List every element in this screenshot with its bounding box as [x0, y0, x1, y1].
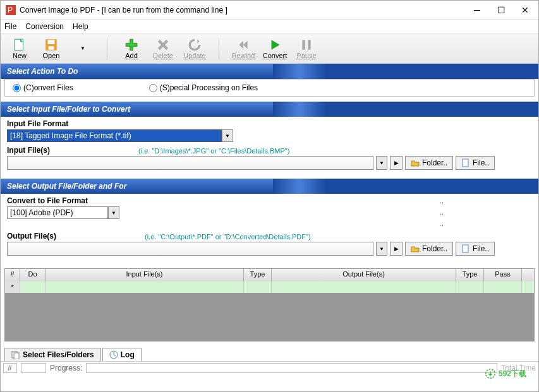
input-files-dropdown[interactable]: ▼	[376, 156, 387, 170]
options-dots[interactable]: ......	[439, 196, 532, 228]
chevron-down-icon[interactable]: ▼	[222, 129, 233, 142]
input-format-combo[interactable]: [18] Tagged Image File Format (*.tif) ▼	[7, 129, 532, 142]
svg-rect-4	[48, 40, 55, 44]
input-file-button[interactable]: File..	[456, 156, 495, 170]
watermark: 592下载	[485, 368, 526, 379]
menu-help[interactable]: Help	[73, 22, 88, 31]
input-play-button[interactable]: ▶	[390, 156, 403, 170]
status-number-val	[21, 363, 46, 373]
svg-rect-8	[463, 159, 468, 167]
folder-icon	[411, 244, 420, 253]
status-number: #	[3, 363, 17, 373]
radio-convert-files[interactable]: (C)onvert Files	[13, 83, 73, 92]
input-files-field[interactable]	[7, 156, 373, 170]
convert-button[interactable]: Convert	[261, 38, 289, 59]
svg-rect-7	[308, 40, 310, 49]
input-hint: (i.e. "D:\Images\*.JPG" or "C:\Files\Det…	[138, 147, 289, 155]
output-files-dropdown[interactable]: ▼	[376, 242, 387, 256]
svg-rect-9	[463, 245, 468, 252]
statusbar: # Progress: Total Time	[1, 361, 538, 374]
minimize-button[interactable]: ─	[473, 6, 481, 15]
file-icon	[461, 158, 470, 167]
svg-rect-6	[302, 40, 305, 49]
file-grid: # Do Input File(s) Type Output File(s) T…	[4, 268, 535, 342]
files-icon	[11, 350, 20, 359]
col-pass[interactable]: Pass	[484, 269, 522, 282]
tab-log[interactable]: Log	[102, 348, 142, 361]
add-button[interactable]: Add	[118, 38, 145, 59]
col-type-in[interactable]: Type	[244, 269, 272, 282]
radio-special-processing[interactable]: (S)pecial Processing on Files	[149, 83, 258, 92]
pause-icon	[300, 38, 313, 52]
col-type-out[interactable]: Type	[456, 269, 484, 282]
open-button[interactable]: Open	[37, 38, 65, 59]
open-dropdown[interactable]: ▼	[69, 45, 97, 51]
status-progress-label: Progress:	[50, 364, 82, 372]
play-icon	[268, 38, 282, 52]
menu-file[interactable]: File	[4, 22, 16, 31]
x-icon	[156, 38, 170, 52]
col-output[interactable]: Output File(s)	[272, 269, 456, 282]
input-format-label: Input File Format	[7, 119, 532, 128]
input-files-label: Input File(s)	[7, 146, 50, 155]
rewind-icon	[236, 38, 250, 52]
tab-select-files[interactable]: Select Files/Folders	[4, 348, 101, 361]
action-radio-group: (C)onvert Files (S)pecial Processing on …	[4, 79, 535, 97]
bottom-tabs: Select Files/Folders Log	[1, 345, 538, 361]
rewind-button[interactable]: Rewind	[229, 38, 257, 59]
update-button[interactable]: Update	[181, 38, 209, 59]
svg-rect-11	[14, 353, 19, 359]
menu-conversion[interactable]: Conversion	[25, 22, 64, 31]
input-folder-button[interactable]: Folder..	[405, 156, 453, 170]
titlebar: P Convert Image to PDF - [I can be run f…	[1, 1, 538, 20]
input-format-value: [18] Tagged Image File Format (*.tif)	[7, 129, 222, 142]
output-format-value: [100] Adobe (PDF)	[7, 206, 108, 219]
toolbar: New Open ▼ Add Delete Update Rewind Conv…	[1, 33, 538, 64]
window-title: Convert Image to PDF - [I can be run fro…	[20, 6, 473, 15]
folder-icon	[411, 158, 420, 167]
menubar: File Conversion Help	[1, 20, 538, 33]
svg-text:P: P	[8, 6, 13, 15]
plus-icon	[124, 38, 138, 52]
new-file-icon	[13, 38, 27, 52]
section-input-header: Select Input File/Folder to Convert	[1, 102, 538, 117]
grid-header: # Do Input File(s) Type Output File(s) T…	[5, 269, 534, 282]
chevron-down-icon[interactable]: ▼	[108, 206, 119, 219]
output-files-field[interactable]	[7, 242, 373, 256]
output-format-label: Convert to File Format	[7, 196, 119, 205]
close-button[interactable]: ✕	[521, 6, 530, 15]
output-folder-button[interactable]: Folder..	[405, 242, 453, 256]
pause-button[interactable]: Pause	[293, 38, 320, 59]
clock-icon	[109, 350, 118, 359]
delete-button[interactable]: Delete	[149, 38, 177, 59]
col-do[interactable]: Do	[20, 269, 45, 282]
output-hint: (i.e. "C:\Output\*.PDF" or "D:\Converted…	[145, 233, 311, 241]
new-button[interactable]: New	[6, 38, 33, 59]
output-files-label: Output File(s)	[7, 232, 56, 241]
grid-empty-area	[5, 293, 534, 341]
section-output-header: Select Output File/Folder and For	[1, 179, 538, 194]
app-icon: P	[6, 5, 16, 15]
row-marker-icon: *	[5, 282, 20, 293]
section-action-header: Select Action To Do	[1, 64, 538, 79]
refresh-icon	[188, 38, 202, 52]
output-file-button[interactable]: File..	[456, 242, 495, 256]
output-format-combo[interactable]: [100] Adobe (PDF) ▼	[7, 206, 119, 219]
status-progress-bar	[86, 363, 497, 373]
maximize-button[interactable]: ☐	[497, 6, 506, 15]
svg-rect-5	[49, 46, 54, 50]
col-number[interactable]: #	[5, 269, 20, 282]
output-play-button[interactable]: ▶	[390, 242, 403, 256]
grid-row[interactable]: *	[5, 282, 534, 293]
col-input[interactable]: Input File(s)	[45, 269, 244, 282]
file-icon	[461, 244, 470, 253]
save-disk-icon	[44, 38, 58, 52]
